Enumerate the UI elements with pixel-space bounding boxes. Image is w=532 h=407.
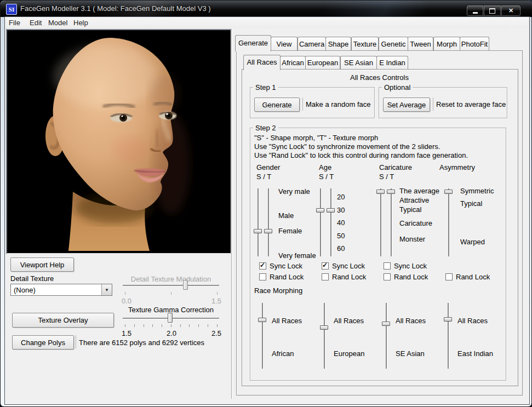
race-se-asian-slider-thumb[interactable] [382, 322, 390, 326]
race-east-indian-slider-thumb[interactable] [444, 317, 452, 322]
gender-scale-label: Male [278, 211, 294, 220]
modulation-slider-thumb[interactable] [183, 280, 188, 290]
panel-splitter[interactable] [231, 29, 232, 399]
asymmetry-header: Asymmetry [439, 163, 475, 171]
caricature-rand-lock-checkbox[interactable] [384, 273, 391, 280]
age-s-slider-thumb[interactable] [316, 208, 324, 213]
poly-info: There are 6152 polys and 6292 vertices [79, 339, 204, 347]
caricature-s-slider-thumb[interactable] [376, 190, 385, 194]
caricature-scale-label: Monster [399, 235, 425, 243]
asymmetry-scale-label: Warped [460, 238, 485, 246]
gamma-tick [198, 324, 199, 327]
gamma-tick-label: 2.5 [211, 329, 221, 337]
chevron-down-icon[interactable]: ▼ [101, 284, 112, 295]
check-icon: ✓ [260, 262, 265, 269]
caricature-sync-lock-checkbox[interactable] [384, 262, 391, 270]
age-rand-lock-checkbox[interactable] [322, 273, 329, 280]
window-title: FaceGen Modeller 3.1 ( Model: FaceGen De… [20, 4, 211, 13]
step1-label: Step 1 [253, 83, 278, 91]
race-african-slider[interactable] [262, 303, 264, 369]
divider [433, 98, 433, 111]
caricature-scale-label: Attractive [399, 196, 429, 204]
tab-camera[interactable]: Camera [298, 37, 326, 51]
step2-label: Step 2 [253, 124, 278, 132]
asymmetry-slider[interactable] [448, 188, 450, 256]
gamma-tick [162, 324, 162, 327]
race-european-slider[interactable] [324, 303, 325, 369]
age-scale-label: 60 [337, 244, 345, 253]
title-bar[interactable]: SI FaceGen Modeller 3.1 ( Model: FaceGen… [1, 1, 532, 17]
caricature-t-slider-thumb[interactable] [387, 190, 395, 194]
subtab-se-asian[interactable]: SE Asian [340, 56, 377, 70]
caricature-subheader: S / T [379, 173, 394, 181]
race-european-slider-thumb[interactable] [320, 325, 328, 330]
gender-s-slider-thumb[interactable] [254, 229, 262, 233]
menu-file[interactable]: File [9, 19, 20, 27]
asymmetry-scale-label: Symmetric [460, 187, 494, 195]
menu-bar: File Edit Model Help [5, 17, 528, 29]
tab-morph[interactable]: Morph [433, 37, 460, 51]
tab-generate[interactable]: Generate [235, 35, 271, 51]
set-average-button[interactable]: Set Average [383, 98, 430, 112]
gamma-tick [125, 324, 125, 327]
age-sync-lock-checkbox[interactable]: ✓ [322, 262, 329, 270]
tab-photofit[interactable]: PhotoFit [460, 37, 489, 51]
check-icon: ✓ [322, 262, 328, 269]
race-african-slider-thumb[interactable] [258, 318, 266, 322]
texture-overlay-button[interactable]: Texture Overlay [12, 313, 114, 328]
age-scale-label: 30 [337, 206, 345, 214]
age-scale-label: 40 [337, 219, 345, 227]
age-t-slider[interactable] [330, 188, 332, 256]
gender-header: Gender [256, 163, 280, 171]
window-controls: ✕ [466, 5, 521, 16]
gender-s-slider[interactable] [258, 188, 259, 256]
detail-texture-select[interactable]: (None) ▼ [10, 284, 112, 296]
generate-button[interactable]: Generate [254, 98, 300, 112]
age-s-slider[interactable] [320, 188, 322, 256]
race-slider-top-label: All Races [396, 317, 426, 325]
tab-texture[interactable]: Texture [351, 37, 379, 51]
gender-t-slider-thumb[interactable] [264, 229, 272, 233]
subtab-european[interactable]: European [305, 56, 340, 70]
minimize-button[interactable] [466, 5, 484, 16]
detail-texture-value: (None) [14, 286, 36, 294]
menu-model[interactable]: Model [48, 19, 67, 27]
age-scale-label: 50 [337, 232, 345, 240]
maximize-button[interactable] [484, 5, 501, 16]
tab-view[interactable]: View [271, 37, 298, 51]
viewport-help-button[interactable]: Viewport Help [10, 257, 74, 272]
age-t-slider-thumb[interactable] [327, 208, 335, 213]
asymmetry-scale-label: Typical [460, 199, 482, 208]
gender-rand-lock-checkbox[interactable] [259, 273, 266, 280]
close-button[interactable]: ✕ [501, 5, 521, 16]
subtab-african[interactable]: African [280, 56, 306, 70]
change-polys-button[interactable]: Change Polys [12, 335, 74, 349]
race-se-asian-slider[interactable] [386, 303, 387, 369]
step2-instruction: Use "Rand Lock" to lock this control dur… [254, 151, 468, 159]
menu-help[interactable]: Help [73, 19, 88, 27]
caricature-scale-label: Typical [399, 205, 421, 214]
modulation-slider-track[interactable] [123, 285, 219, 286]
tab-shape[interactable]: Shape [325, 37, 351, 51]
caricature-t-slider[interactable] [391, 188, 392, 256]
3d-viewport[interactable] [6, 29, 232, 254]
gender-sync-lock-checkbox[interactable]: ✓ [259, 262, 266, 270]
age-rand-lock-label: Rand Lock [332, 273, 366, 281]
gender-sync-lock-label: Sync Lock [270, 262, 302, 270]
gamma-slider-thumb[interactable] [168, 313, 173, 323]
race-slider-top-label: All Races [272, 317, 302, 325]
asymmetry-slider-thumb[interactable] [444, 190, 453, 194]
modulation-label: Detail Texture Modulation [122, 275, 220, 283]
caricature-s-slider[interactable] [380, 188, 382, 256]
gender-rand-lock-label: Rand Lock [270, 273, 304, 281]
caricature-header: Caricature [379, 163, 412, 171]
race-east-indian-slider[interactable] [448, 303, 449, 369]
gamma-tick [208, 324, 208, 327]
subtab-all-races[interactable]: All Races [243, 55, 281, 70]
tab-genetic[interactable]: Genetic [379, 37, 408, 51]
gender-t-slider[interactable] [268, 188, 270, 256]
menu-edit[interactable]: Edit [30, 19, 42, 27]
tab-tween[interactable]: Tween [408, 37, 433, 51]
asymmetry-rand-lock-checkbox[interactable] [445, 273, 453, 280]
subtab-e-indian[interactable]: E Indian [376, 56, 408, 70]
